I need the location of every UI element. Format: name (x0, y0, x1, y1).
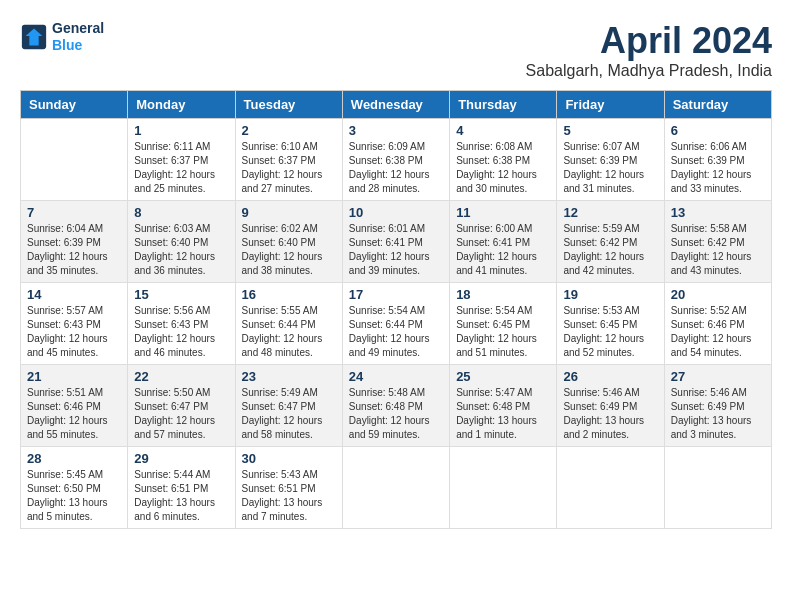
day-number: 9 (242, 205, 336, 220)
day-info: Sunrise: 6:09 AMSunset: 6:38 PMDaylight:… (349, 140, 443, 196)
table-row: 10Sunrise: 6:01 AMSunset: 6:41 PMDayligh… (342, 201, 449, 283)
table-row (557, 447, 664, 529)
table-row: 26Sunrise: 5:46 AMSunset: 6:49 PMDayligh… (557, 365, 664, 447)
day-info: Sunrise: 5:59 AMSunset: 6:42 PMDaylight:… (563, 222, 657, 278)
day-info: Sunrise: 5:49 AMSunset: 6:47 PMDaylight:… (242, 386, 336, 442)
day-number: 28 (27, 451, 121, 466)
calendar-header-row: Sunday Monday Tuesday Wednesday Thursday… (21, 91, 772, 119)
logo: General Blue (20, 20, 104, 54)
table-row: 17Sunrise: 5:54 AMSunset: 6:44 PMDayligh… (342, 283, 449, 365)
day-info: Sunrise: 6:03 AMSunset: 6:40 PMDaylight:… (134, 222, 228, 278)
day-info: Sunrise: 6:10 AMSunset: 6:37 PMDaylight:… (242, 140, 336, 196)
logo-text-line1: General (52, 20, 104, 37)
table-row: 18Sunrise: 5:54 AMSunset: 6:45 PMDayligh… (450, 283, 557, 365)
day-info: Sunrise: 5:56 AMSunset: 6:43 PMDaylight:… (134, 304, 228, 360)
page-header: General Blue April 2024 Sabalgarh, Madhy… (20, 20, 772, 80)
day-number: 24 (349, 369, 443, 384)
table-row: 15Sunrise: 5:56 AMSunset: 6:43 PMDayligh… (128, 283, 235, 365)
table-row: 19Sunrise: 5:53 AMSunset: 6:45 PMDayligh… (557, 283, 664, 365)
calendar-week-row: 14Sunrise: 5:57 AMSunset: 6:43 PMDayligh… (21, 283, 772, 365)
calendar-week-row: 7Sunrise: 6:04 AMSunset: 6:39 PMDaylight… (21, 201, 772, 283)
day-info: Sunrise: 5:54 AMSunset: 6:44 PMDaylight:… (349, 304, 443, 360)
table-row: 8Sunrise: 6:03 AMSunset: 6:40 PMDaylight… (128, 201, 235, 283)
calendar-week-row: 28Sunrise: 5:45 AMSunset: 6:50 PMDayligh… (21, 447, 772, 529)
table-row: 4Sunrise: 6:08 AMSunset: 6:38 PMDaylight… (450, 119, 557, 201)
day-info: Sunrise: 5:45 AMSunset: 6:50 PMDaylight:… (27, 468, 121, 524)
table-row: 27Sunrise: 5:46 AMSunset: 6:49 PMDayligh… (664, 365, 771, 447)
table-row: 6Sunrise: 6:06 AMSunset: 6:39 PMDaylight… (664, 119, 771, 201)
day-number: 18 (456, 287, 550, 302)
day-info: Sunrise: 5:47 AMSunset: 6:48 PMDaylight:… (456, 386, 550, 442)
day-info: Sunrise: 5:53 AMSunset: 6:45 PMDaylight:… (563, 304, 657, 360)
day-info: Sunrise: 6:08 AMSunset: 6:38 PMDaylight:… (456, 140, 550, 196)
col-friday: Friday (557, 91, 664, 119)
day-number: 4 (456, 123, 550, 138)
calendar-week-row: 1Sunrise: 6:11 AMSunset: 6:37 PMDaylight… (21, 119, 772, 201)
day-number: 29 (134, 451, 228, 466)
table-row: 9Sunrise: 6:02 AMSunset: 6:40 PMDaylight… (235, 201, 342, 283)
day-number: 16 (242, 287, 336, 302)
day-number: 13 (671, 205, 765, 220)
table-row: 28Sunrise: 5:45 AMSunset: 6:50 PMDayligh… (21, 447, 128, 529)
day-number: 5 (563, 123, 657, 138)
day-info: Sunrise: 5:55 AMSunset: 6:44 PMDaylight:… (242, 304, 336, 360)
day-number: 27 (671, 369, 765, 384)
table-row (21, 119, 128, 201)
day-number: 14 (27, 287, 121, 302)
day-info: Sunrise: 5:57 AMSunset: 6:43 PMDaylight:… (27, 304, 121, 360)
day-number: 19 (563, 287, 657, 302)
table-row (342, 447, 449, 529)
day-number: 8 (134, 205, 228, 220)
table-row: 2Sunrise: 6:10 AMSunset: 6:37 PMDaylight… (235, 119, 342, 201)
table-row (450, 447, 557, 529)
table-row: 25Sunrise: 5:47 AMSunset: 6:48 PMDayligh… (450, 365, 557, 447)
day-number: 17 (349, 287, 443, 302)
col-sunday: Sunday (21, 91, 128, 119)
table-row: 29Sunrise: 5:44 AMSunset: 6:51 PMDayligh… (128, 447, 235, 529)
day-number: 15 (134, 287, 228, 302)
table-row: 21Sunrise: 5:51 AMSunset: 6:46 PMDayligh… (21, 365, 128, 447)
day-info: Sunrise: 6:11 AMSunset: 6:37 PMDaylight:… (134, 140, 228, 196)
day-info: Sunrise: 5:48 AMSunset: 6:48 PMDaylight:… (349, 386, 443, 442)
col-thursday: Thursday (450, 91, 557, 119)
day-number: 23 (242, 369, 336, 384)
col-wednesday: Wednesday (342, 91, 449, 119)
day-number: 20 (671, 287, 765, 302)
day-info: Sunrise: 6:04 AMSunset: 6:39 PMDaylight:… (27, 222, 121, 278)
table-row: 12Sunrise: 5:59 AMSunset: 6:42 PMDayligh… (557, 201, 664, 283)
col-tuesday: Tuesday (235, 91, 342, 119)
day-number: 22 (134, 369, 228, 384)
table-row: 7Sunrise: 6:04 AMSunset: 6:39 PMDaylight… (21, 201, 128, 283)
col-saturday: Saturday (664, 91, 771, 119)
day-info: Sunrise: 5:58 AMSunset: 6:42 PMDaylight:… (671, 222, 765, 278)
day-number: 26 (563, 369, 657, 384)
col-monday: Monday (128, 91, 235, 119)
day-info: Sunrise: 5:46 AMSunset: 6:49 PMDaylight:… (671, 386, 765, 442)
day-number: 1 (134, 123, 228, 138)
day-info: Sunrise: 6:06 AMSunset: 6:39 PMDaylight:… (671, 140, 765, 196)
day-info: Sunrise: 5:50 AMSunset: 6:47 PMDaylight:… (134, 386, 228, 442)
day-number: 10 (349, 205, 443, 220)
table-row: 14Sunrise: 5:57 AMSunset: 6:43 PMDayligh… (21, 283, 128, 365)
day-number: 25 (456, 369, 550, 384)
table-row: 11Sunrise: 6:00 AMSunset: 6:41 PMDayligh… (450, 201, 557, 283)
table-row: 23Sunrise: 5:49 AMSunset: 6:47 PMDayligh… (235, 365, 342, 447)
logo-text-line2: Blue (52, 37, 104, 54)
day-info: Sunrise: 6:01 AMSunset: 6:41 PMDaylight:… (349, 222, 443, 278)
day-info: Sunrise: 5:51 AMSunset: 6:46 PMDaylight:… (27, 386, 121, 442)
table-row: 20Sunrise: 5:52 AMSunset: 6:46 PMDayligh… (664, 283, 771, 365)
logo-icon (20, 23, 48, 51)
table-row: 1Sunrise: 6:11 AMSunset: 6:37 PMDaylight… (128, 119, 235, 201)
day-number: 6 (671, 123, 765, 138)
day-info: Sunrise: 6:02 AMSunset: 6:40 PMDaylight:… (242, 222, 336, 278)
table-row: 13Sunrise: 5:58 AMSunset: 6:42 PMDayligh… (664, 201, 771, 283)
day-number: 7 (27, 205, 121, 220)
table-row: 5Sunrise: 6:07 AMSunset: 6:39 PMDaylight… (557, 119, 664, 201)
table-row: 3Sunrise: 6:09 AMSunset: 6:38 PMDaylight… (342, 119, 449, 201)
table-row: 22Sunrise: 5:50 AMSunset: 6:47 PMDayligh… (128, 365, 235, 447)
calendar-week-row: 21Sunrise: 5:51 AMSunset: 6:46 PMDayligh… (21, 365, 772, 447)
day-number: 3 (349, 123, 443, 138)
title-section: April 2024 Sabalgarh, Madhya Pradesh, In… (526, 20, 772, 80)
table-row: 30Sunrise: 5:43 AMSunset: 6:51 PMDayligh… (235, 447, 342, 529)
day-number: 12 (563, 205, 657, 220)
